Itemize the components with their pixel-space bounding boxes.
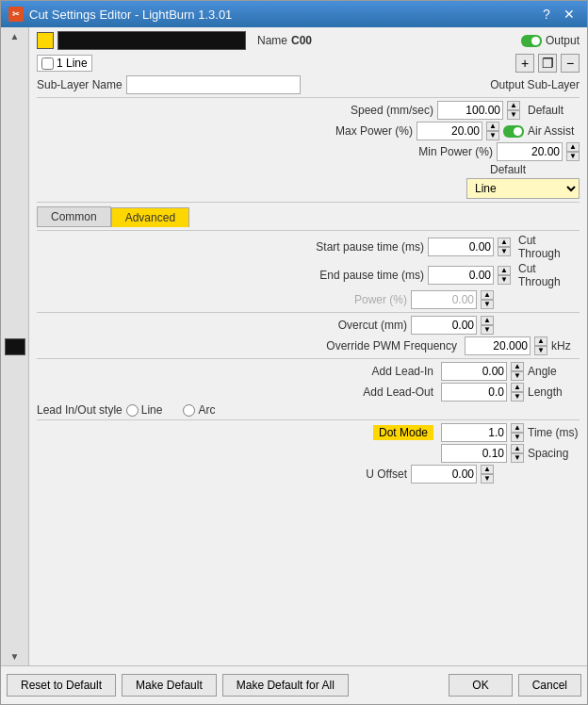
dot-spacing-up[interactable]: ▲ <box>511 444 524 453</box>
sublayer-line-count: 1 Line <box>57 57 88 70</box>
reset-to-default-button[interactable]: Reset to Default <box>7 674 116 697</box>
min-power-spinner: ▲ ▼ <box>566 142 580 161</box>
speed-up[interactable]: ▲ <box>507 101 520 110</box>
default-row: Default <box>37 163 580 176</box>
sublayer-name-label: Sub-Layer Name <box>37 78 122 91</box>
right-panel: Name C00 Output 1 Line + ❐ − Sub-Layer N… <box>29 27 587 665</box>
dot-mode-spacing-row: ▲ ▼ Spacing <box>37 444 580 463</box>
speed-spinner: ▲ ▼ <box>507 101 520 120</box>
lead-in-spinner: ▲ ▼ <box>511 362 524 381</box>
sublayer-copy-btn[interactable]: ❐ <box>538 54 557 73</box>
layer-name-input[interactable] <box>57 31 246 50</box>
dot-spacing-down[interactable]: ▼ <box>511 453 524 463</box>
uoffset-up[interactable]: ▲ <box>481 465 494 474</box>
dot-time-down[interactable]: ▼ <box>511 433 524 442</box>
speed-default: Default <box>528 104 580 117</box>
dot-spacing-input[interactable] <box>441 444 507 463</box>
footer: Reset to Default Make Default Make Defau… <box>1 665 587 704</box>
output-label: Output <box>546 34 580 47</box>
make-default-all-button[interactable]: Make Default for All <box>222 674 349 697</box>
ok-button[interactable]: OK <box>449 674 512 697</box>
overcut-down[interactable]: ▼ <box>481 325 494 335</box>
overcut-input[interactable] <box>411 316 477 335</box>
start-pause-up[interactable]: ▲ <box>498 238 511 247</box>
end-pause-up[interactable]: ▲ <box>498 266 511 275</box>
end-pause-down[interactable]: ▼ <box>498 275 511 285</box>
lead-in-input[interactable] <box>441 362 507 381</box>
sublayer-checkbox[interactable] <box>41 57 54 70</box>
sidebar-up-arrow[interactable]: ▲ <box>10 31 20 41</box>
name-row: Name C00 Output <box>37 31 580 50</box>
lead-out-label: Add Lead-Out <box>363 385 433 399</box>
title-bar-left: ✂ Cut Settings Editor - LightBurn 1.3.01 <box>8 7 232 22</box>
overcut-up[interactable]: ▲ <box>481 316 494 325</box>
output-toggle[interactable] <box>521 35 542 47</box>
name-value: C00 <box>291 34 312 47</box>
speed-down[interactable]: ▼ <box>507 110 520 120</box>
end-pause-input[interactable] <box>428 266 494 285</box>
start-pause-input[interactable] <box>428 238 494 256</box>
help-button[interactable]: ? <box>536 5 557 24</box>
max-power-up[interactable]: ▲ <box>486 122 499 131</box>
lead-line-label: Line <box>141 403 163 417</box>
end-pause-label: End pause time (ms) <box>319 269 424 282</box>
overcut-row: Overcut (mm) ▲ ▼ <box>37 316 580 335</box>
lead-in-label: Add Lead-In <box>372 365 433 378</box>
sidebar-down-arrow[interactable]: ▼ <box>10 651 20 662</box>
layer-color-chip[interactable] <box>5 338 25 355</box>
tabs-row: Common Advanced <box>37 206 580 227</box>
speed-input[interactable] <box>437 101 503 120</box>
pwm-up[interactable]: ▲ <box>534 336 547 346</box>
lead-out-input[interactable] <box>441 383 507 402</box>
main-window: ✂ Cut Settings Editor - LightBurn 1.3.01… <box>0 0 588 705</box>
lead-in-row: Add Lead-In ▲ ▼ Angle <box>37 362 580 381</box>
min-power-down[interactable]: ▼ <box>566 152 580 161</box>
tab-advanced[interactable]: Advanced <box>111 207 189 227</box>
start-pause-down[interactable]: ▼ <box>498 247 511 256</box>
start-pause-label: Start pause time (ms) <box>316 240 424 254</box>
sublayer-add-btn[interactable]: + <box>515 54 534 73</box>
lead-line-radio[interactable] <box>126 404 139 417</box>
lead-out-down[interactable]: ▼ <box>511 392 524 402</box>
pwm-label: Override PWM Frequency <box>326 339 457 352</box>
end-pause-spinner: ▲ ▼ <box>498 266 511 285</box>
power-up[interactable]: ▲ <box>481 290 494 300</box>
dot-time-input[interactable] <box>441 423 507 442</box>
min-power-up[interactable]: ▲ <box>566 142 580 152</box>
sublayer-remove-btn[interactable]: − <box>561 54 580 73</box>
max-power-spinner: ▲ ▼ <box>486 122 499 140</box>
max-power-down[interactable]: ▼ <box>486 131 499 140</box>
lead-arc-radio[interactable] <box>183 404 195 417</box>
mode-select[interactable]: Line Fill Offset Fill <box>466 178 580 199</box>
power-row: Power (%) ▲ ▼ <box>37 290 580 309</box>
pwm-input[interactable] <box>465 336 531 355</box>
power-down[interactable]: ▼ <box>481 300 494 309</box>
dot-time-up[interactable]: ▲ <box>511 423 524 433</box>
start-cut-through-label: Cut Through <box>518 234 580 260</box>
sublayer-name-input[interactable] <box>126 75 301 94</box>
power-label: Power (%) <box>354 293 407 306</box>
lead-out-spinner: ▲ ▼ <box>511 383 524 402</box>
min-power-input[interactable] <box>497 142 563 161</box>
tab-common[interactable]: Common <box>37 206 111 227</box>
pwm-down[interactable]: ▼ <box>534 346 547 355</box>
close-button[interactable]: ✕ <box>559 5 580 24</box>
lead-in-down[interactable]: ▼ <box>511 371 524 381</box>
max-power-toggle[interactable] <box>503 125 524 138</box>
sublayer-checkbox-wrap: 1 Line <box>37 55 92 72</box>
overcut-spinner: ▲ ▼ <box>481 316 494 335</box>
lead-in-up[interactable]: ▲ <box>511 362 524 371</box>
start-pause-spinner: ▲ ▼ <box>498 238 511 256</box>
title-bar: ✂ Cut Settings Editor - LightBurn 1.3.01… <box>1 1 587 27</box>
dot-mode-time-row: Dot Mode ▲ ▼ Time (ms) <box>37 423 580 442</box>
max-power-input[interactable] <box>416 122 482 140</box>
window-title: Cut Settings Editor - LightBurn 1.3.01 <box>29 8 232 22</box>
make-default-button[interactable]: Make Default <box>122 674 217 697</box>
lead-out-up[interactable]: ▲ <box>511 383 524 392</box>
cancel-button[interactable]: Cancel <box>518 674 581 697</box>
uoffset-label: U Offset <box>366 467 407 481</box>
default-label: Default <box>490 163 580 176</box>
uoffset-input[interactable] <box>411 465 477 484</box>
uoffset-down[interactable]: ▼ <box>481 474 494 484</box>
power-input[interactable] <box>411 290 477 309</box>
